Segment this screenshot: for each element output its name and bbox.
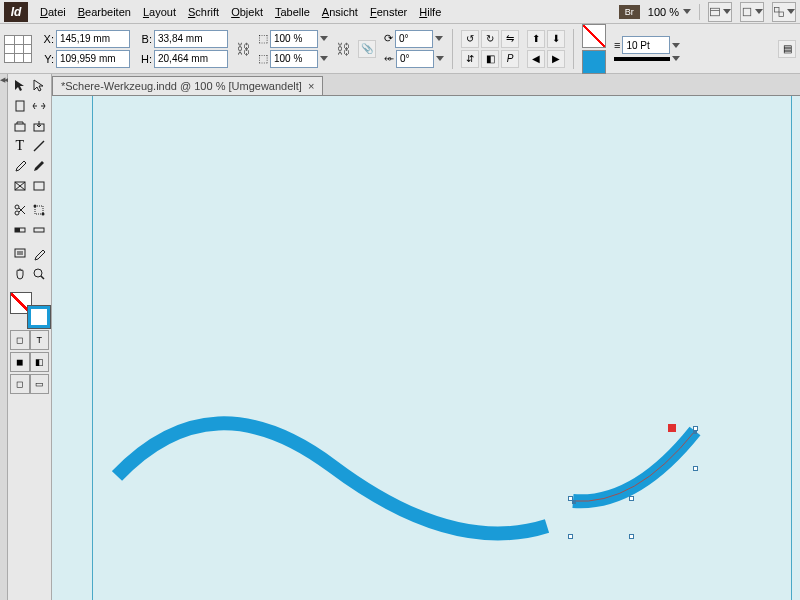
path-text-icon[interactable]: P — [501, 50, 519, 68]
canvas[interactable] — [52, 96, 800, 600]
divider — [573, 29, 574, 69]
reference-point-grid[interactable] — [4, 35, 32, 63]
link-scale-icon[interactable]: ⛓ — [336, 31, 350, 67]
content-placer-tool[interactable] — [30, 116, 50, 136]
svg-point-26 — [34, 269, 42, 277]
arrange-button[interactable] — [772, 2, 796, 22]
red-marker — [668, 424, 676, 432]
svg-rect-0 — [711, 8, 720, 16]
selection-handle[interactable] — [693, 466, 698, 471]
preview-button[interactable]: ▭ — [30, 374, 50, 394]
link-icon[interactable]: ⛓ — [236, 31, 250, 67]
stroke-style-preview[interactable] — [614, 57, 670, 61]
curve-path-2-selected[interactable] — [565, 416, 705, 511]
pen-tool[interactable] — [10, 156, 30, 176]
line-tool[interactable] — [30, 136, 50, 156]
menu-bearbeiten[interactable]: Bearbeiten — [78, 6, 131, 18]
anchor-point[interactable] — [572, 500, 576, 504]
stroke-color-icon[interactable] — [28, 306, 50, 328]
x-input[interactable] — [56, 30, 130, 48]
menu-hilfe[interactable]: Hilfe — [419, 6, 441, 18]
close-icon[interactable]: × — [308, 80, 314, 92]
select-content-icon[interactable]: ⬇ — [547, 30, 565, 48]
format-text-button[interactable]: T — [30, 330, 50, 350]
selection-handle[interactable] — [629, 496, 634, 501]
direct-selection-tool[interactable] — [30, 76, 50, 96]
select-parent-icon[interactable]: ⬆ — [527, 30, 545, 48]
format-container-button[interactable]: ◻ — [10, 330, 30, 350]
chevron-down-icon[interactable] — [672, 43, 680, 48]
hand-tool[interactable] — [10, 264, 30, 284]
rectangle-tool[interactable] — [30, 176, 50, 196]
height-input[interactable] — [154, 50, 228, 68]
chevron-down-icon[interactable] — [436, 56, 444, 61]
menu-ansicht[interactable]: Ansicht — [322, 6, 358, 18]
prev-object-icon[interactable]: ◀ — [527, 50, 545, 68]
gradient-swatch-tool[interactable] — [30, 220, 50, 240]
svg-rect-22 — [34, 228, 44, 232]
zoom-display[interactable]: 100 % — [648, 6, 691, 18]
h-label: H: — [138, 53, 152, 65]
rotate-input[interactable] — [395, 30, 433, 48]
y-input[interactable] — [56, 50, 130, 68]
svg-rect-23 — [15, 249, 25, 257]
fill-swatch[interactable] — [582, 24, 606, 48]
eyedropper-tool[interactable] — [30, 244, 50, 264]
type-tool[interactable]: T — [10, 136, 30, 156]
stroke-swatch[interactable] — [582, 50, 606, 74]
menu-layout[interactable]: Layout — [143, 6, 176, 18]
fill-stroke-swatches[interactable] — [10, 292, 50, 328]
next-object-icon[interactable]: ▶ — [547, 50, 565, 68]
page-tool[interactable] — [10, 96, 30, 116]
guide-left[interactable] — [92, 96, 93, 600]
gradient-feather-tool[interactable] — [10, 220, 30, 240]
scale-x-icon: ⬚ — [258, 32, 268, 45]
selection-handle[interactable] — [568, 534, 573, 539]
chevron-down-icon[interactable] — [672, 56, 680, 61]
chevron-down-icon[interactable] — [435, 36, 443, 41]
rotate-ccw-icon[interactable]: ↺ — [461, 30, 479, 48]
menu-datei[interactable]: Datei — [40, 6, 66, 18]
shear-input[interactable] — [396, 50, 434, 68]
y-label: Y: — [40, 53, 54, 65]
normal-view-button[interactable]: ◻ — [10, 374, 30, 394]
scale-y-input[interactable] — [270, 50, 318, 68]
selection-tool[interactable] — [10, 76, 30, 96]
scissors-tool[interactable] — [10, 200, 30, 220]
rotate-cw-icon[interactable]: ↻ — [481, 30, 499, 48]
chevron-down-icon[interactable] — [320, 56, 328, 61]
clip-icon[interactable]: 📎 — [358, 40, 376, 58]
scale-x-input[interactable] — [270, 30, 318, 48]
note-tool[interactable] — [10, 244, 30, 264]
view-options-button[interactable] — [708, 2, 732, 22]
bridge-badge[interactable]: Br — [619, 5, 640, 19]
anchor-point[interactable] — [693, 430, 697, 434]
chevron-down-icon[interactable] — [320, 36, 328, 41]
transform-icon[interactable]: ◧ — [481, 50, 499, 68]
free-transform-tool[interactable] — [30, 200, 50, 220]
selection-handle[interactable] — [629, 534, 634, 539]
menu-fenster[interactable]: Fenster — [370, 6, 407, 18]
rectangle-frame-tool[interactable] — [10, 176, 30, 196]
curve-path-1[interactable] — [112, 396, 552, 556]
width-input[interactable] — [154, 30, 228, 48]
panel-collapse-strip[interactable]: ◀◀ — [0, 74, 8, 600]
shear-icon: ⬰ — [384, 52, 394, 65]
document-tab[interactable]: *Schere-Werkzeug.indd @ 100 % [Umgewande… — [52, 76, 323, 95]
panel-menu-icon[interactable]: ▤ — [778, 40, 796, 58]
content-collector-tool[interactable] — [10, 116, 30, 136]
apply-color-button[interactable]: ◼ — [10, 352, 30, 372]
flip-v-icon[interactable]: ⇵ — [461, 50, 479, 68]
pencil-tool[interactable] — [30, 156, 50, 176]
gap-tool[interactable] — [30, 96, 50, 116]
menu-objekt[interactable]: Objekt — [231, 6, 263, 18]
control-bar: X: Y: B: H: ⛓ ⬚ ⬚ ⛓ 📎 ⟳ — [0, 24, 800, 74]
menu-schrift[interactable]: Schrift — [188, 6, 219, 18]
screen-mode-button[interactable] — [740, 2, 764, 22]
guide-right[interactable] — [791, 96, 792, 600]
stroke-weight-input[interactable] — [622, 36, 670, 54]
flip-h-icon[interactable]: ⇋ — [501, 30, 519, 48]
apply-gradient-button[interactable]: ◧ — [30, 352, 50, 372]
zoom-tool[interactable] — [30, 264, 50, 284]
menu-tabelle[interactable]: Tabelle — [275, 6, 310, 18]
